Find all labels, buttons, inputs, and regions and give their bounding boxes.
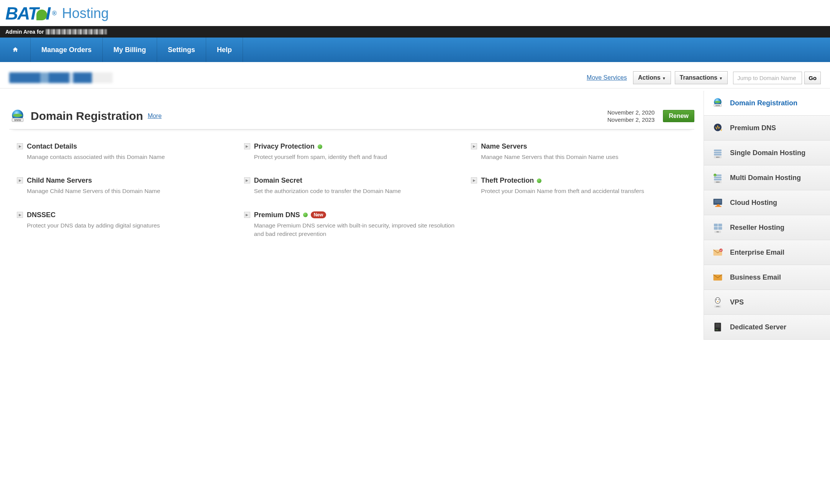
section-header: WWW Domain Registration More November 2,… xyxy=(9,100,694,129)
feature-card: ▶Privacy ProtectionProtect yourself from… xyxy=(244,142,460,161)
svg-rect-26 xyxy=(714,227,718,230)
globe-www-icon: WWW xyxy=(9,108,26,124)
reg-mark: ® xyxy=(52,10,57,17)
feature-title: Name Servers xyxy=(481,142,618,151)
actions-dropdown[interactable]: Actions▼ xyxy=(633,71,671,84)
reseller-icon: RH xyxy=(711,221,725,234)
arrow-icon: ▶ xyxy=(471,177,477,183)
svg-rect-22 xyxy=(715,201,721,201)
sidebar-item-label: Premium DNS xyxy=(730,124,776,132)
more-link[interactable]: More xyxy=(148,113,161,119)
sidebar-item-label: VPS xyxy=(730,298,744,306)
feature-card: ▶Name ServersManage Name Servers that th… xyxy=(471,142,687,161)
nav-manage-orders[interactable]: Manage Orders xyxy=(31,38,103,62)
svg-rect-8 xyxy=(714,150,722,151)
svg-text:RH: RH xyxy=(717,231,719,233)
main-content: WWW Domain Registration More November 2,… xyxy=(0,88,704,254)
feature-card-body[interactable]: Name ServersManage Name Servers that thi… xyxy=(481,142,618,161)
vps-icon: VPS xyxy=(711,295,725,309)
server-icon xyxy=(711,320,725,334)
feature-card: ▶Contact DetailsManage contacts associat… xyxy=(17,142,233,161)
sidebar-item-domain-registration[interactable]: WWWDomain Registration xyxy=(704,91,830,116)
sidebar-item-cloud-hosting[interactable]: Cloud Hosting xyxy=(704,190,830,215)
feature-card-body[interactable]: DNSSECProtect your DNS data by adding di… xyxy=(27,211,160,239)
arrow-icon: ▶ xyxy=(17,143,23,149)
sidebar-item-vps[interactable]: VPSVPS xyxy=(704,290,830,315)
section-title: Domain Registration xyxy=(31,110,143,123)
feature-card-body[interactable]: Child Name ServersManage Child Name Serv… xyxy=(27,177,160,195)
sidebar-item-label: Single Domain Hosting xyxy=(730,149,805,157)
transactions-dropdown[interactable]: Transactions▼ xyxy=(675,71,728,84)
svg-text:SDH: SDH xyxy=(716,156,720,158)
jump-domain-input[interactable] xyxy=(733,72,802,84)
sidebar-item-reseller-hosting[interactable]: RHReseller Hosting xyxy=(704,215,830,240)
feature-desc: Protect your Domain Name from theft and … xyxy=(481,187,644,195)
caret-down-icon: ▼ xyxy=(662,76,666,80)
renew-button[interactable]: Renew xyxy=(663,110,694,122)
svg-rect-10 xyxy=(714,154,722,155)
sdh-icon: SDH xyxy=(711,146,725,160)
sidebar-item-label: Reseller Hosting xyxy=(730,224,784,232)
cloud-icon xyxy=(711,196,725,209)
svg-text:VPS: VPS xyxy=(716,306,720,308)
new-badge: New xyxy=(311,211,326,218)
brand-suffix: Hosting xyxy=(62,5,109,21)
caret-down-icon: ▼ xyxy=(719,76,723,80)
customer-name-blurred xyxy=(9,72,113,83)
admin-name-blurred xyxy=(46,29,107,34)
svg-text:WWW: WWW xyxy=(715,105,720,106)
nav-home[interactable] xyxy=(0,38,31,62)
arrow-icon: ▶ xyxy=(244,143,250,149)
svg-point-36 xyxy=(717,301,718,302)
arrow-icon: ▶ xyxy=(244,212,250,218)
feature-card: ▶Child Name ServersManage Child Name Ser… xyxy=(17,177,233,195)
svg-point-6 xyxy=(714,124,722,131)
nav-help[interactable]: Help xyxy=(206,38,243,62)
sidebar-item-label: Cloud Hosting xyxy=(730,199,777,207)
feature-card: ▶DNSSECProtect your DNS data by adding d… xyxy=(17,211,233,239)
feature-card-body[interactable]: Theft ProtectionProtect your Domain Name… xyxy=(481,177,644,195)
sidebar-item-multi-domain-hosting[interactable]: +MDHMulti Domain Hosting xyxy=(704,165,830,190)
feature-card-body[interactable]: Privacy ProtectionProtect yourself from … xyxy=(254,142,387,161)
sidebar-item-business-email[interactable]: Business Email xyxy=(704,265,830,290)
go-button[interactable]: Go xyxy=(804,72,821,84)
main-nav: Manage Orders My Billing Settings Help xyxy=(0,38,830,62)
sidebar-item-dedicated-server[interactable]: Dedicated Server xyxy=(704,315,830,340)
feature-title: Theft Protection xyxy=(481,177,644,185)
nav-my-billing[interactable]: My Billing xyxy=(103,38,157,62)
feature-card: ▶Theft ProtectionProtect your Domain Nam… xyxy=(471,177,687,195)
svg-point-34 xyxy=(716,299,717,300)
nav-label: My Billing xyxy=(113,46,146,54)
svg-rect-25 xyxy=(718,224,722,226)
svg-rect-40 xyxy=(715,324,720,325)
arrow-icon: ▶ xyxy=(17,212,23,218)
move-services-link[interactable]: Move Services xyxy=(587,74,627,81)
sidebar-item-label: Multi Domain Hosting xyxy=(730,174,801,182)
svg-text:WWW: WWW xyxy=(14,119,21,121)
feature-title: Child Name Servers xyxy=(27,177,160,185)
feature-title: DNSSEC xyxy=(27,211,160,219)
feature-card-body[interactable]: Contact DetailsManage contacts associate… xyxy=(27,142,165,161)
svg-point-35 xyxy=(718,299,719,300)
nav-label: Settings xyxy=(168,46,195,54)
admin-bar: Admin Area for xyxy=(0,26,830,38)
feature-card-body[interactable]: Premium DNSNewManage Premium DNS service… xyxy=(254,211,460,239)
sidebar-item-enterprise-email[interactable]: Enterprise Email xyxy=(704,240,830,265)
nav-label: Help xyxy=(217,46,232,54)
sidebar-item-premium-dns[interactable]: Premium DNS xyxy=(704,116,830,141)
sidebar-item-single-domain-hosting[interactable]: SDHSingle Domain Hosting xyxy=(704,141,830,165)
bemail-icon xyxy=(711,270,725,284)
feature-title: Domain Secret xyxy=(254,177,401,185)
feature-card: ▶Domain SecretSet the authorization code… xyxy=(244,177,460,195)
feature-card-body[interactable]: Domain SecretSet the authorization code … xyxy=(254,177,401,195)
status-dot-icon xyxy=(318,144,322,149)
feature-desc: Manage Name Servers that this Domain Nam… xyxy=(481,153,618,161)
feature-title: Premium DNSNew xyxy=(254,211,460,219)
svg-rect-15 xyxy=(714,179,722,180)
pdns-icon xyxy=(711,121,725,135)
feature-desc: Manage contacts associated with this Dom… xyxy=(27,153,165,161)
svg-rect-27 xyxy=(718,227,722,230)
svg-rect-21 xyxy=(715,200,721,200)
nav-settings[interactable]: Settings xyxy=(157,38,206,62)
globe-icon: WWW xyxy=(711,96,725,110)
